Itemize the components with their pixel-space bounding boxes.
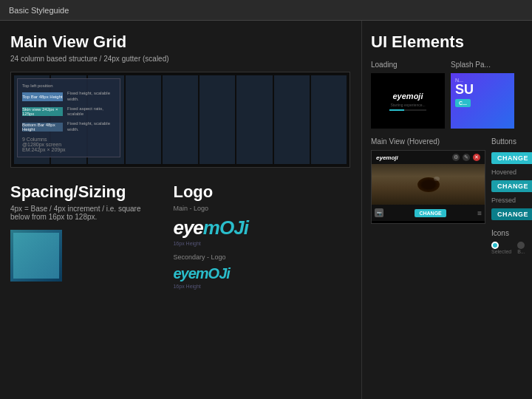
- splash-label: Splash Pa...: [451, 61, 514, 69]
- mv-bottombar: 📷 CHANGE ≡: [372, 205, 485, 221]
- icon-item-selected: Selected: [491, 242, 511, 254]
- eye-image: [372, 164, 485, 205]
- main-view-card: eyemoji ⚙ ✎ ✕ 📷 CHANGE: [371, 150, 485, 224]
- secondary-logo-height: 16px Height: [173, 284, 351, 289]
- grid-preview: Top left position Top Bar 48px Height Fi…: [10, 72, 350, 168]
- eye-highlight: [434, 177, 440, 181]
- selected-icon-label: Selected: [491, 249, 511, 254]
- buttons-label: Buttons: [491, 137, 532, 146]
- loading-splash-row: Loading eyemoji Starting experience... S…: [371, 61, 523, 129]
- grid-col: [200, 75, 235, 164]
- logo-section: Logo Main - Logo eyemOJi 16px Height Sec…: [173, 183, 351, 296]
- main-logo-label: Main - Logo: [173, 205, 351, 212]
- settings-icon[interactable]: ⚙: [452, 154, 460, 161]
- ui-elements-title: UI Elements: [371, 33, 523, 52]
- main-logo-height: 16px Height: [173, 241, 351, 246]
- skinview-desc: Fixed aspect ratio, scalable: [67, 106, 115, 118]
- buttons-section: Buttons CHANGE Hovered CHANGE Pressed CH…: [491, 137, 532, 254]
- grid-row-skin: Skin view 242px × 125px Fixed aspect rat…: [22, 106, 115, 118]
- hovered-label: Hovered: [491, 168, 532, 176]
- bottombar-label: Bottom Bar 48px Height: [22, 123, 63, 132]
- top-bar: Basic Styleguide: [0, 0, 532, 21]
- link-icon[interactable]: ✎: [463, 154, 470, 161]
- camera-icon[interactable]: 📷: [375, 208, 383, 217]
- main-view-grid-section: Main View Grid 24 column based structure…: [10, 33, 351, 168]
- loading-moji: moji: [406, 92, 423, 100]
- spacing-section: Spacing/Sizing 4px = Base / 4px incremen…: [10, 183, 158, 296]
- mv-logo: eyemoji: [376, 154, 398, 161]
- loading-section: Loading eyemoji Starting experience...: [371, 61, 445, 129]
- bottombar-desc: Fixed height, scalable width.: [67, 121, 115, 133]
- icon-row: Selected B...: [491, 242, 532, 254]
- mv-logo-moji: moji: [386, 154, 398, 161]
- loading-bar: [389, 109, 426, 111]
- pressed-label: Pressed: [491, 197, 532, 204]
- unselected-icon-label: B...: [517, 249, 525, 254]
- close-icon[interactable]: ✕: [473, 154, 480, 161]
- logo-title: Logo: [173, 183, 351, 202]
- grid-top-label: Top left position: [22, 83, 115, 88]
- grid-info: 9 Columns@1280px screenEM:242px × 209px: [22, 137, 115, 152]
- mv-icons: ⚙ ✎ ✕: [452, 154, 480, 161]
- menu-icon[interactable]: ≡: [477, 209, 482, 217]
- loading-bar-fill: [389, 109, 404, 111]
- loading-logo: eyemoji: [393, 92, 423, 100]
- top-bar-title: Basic Styleguide: [9, 6, 69, 15]
- grid-col: [311, 75, 347, 164]
- topbar-label: Top Bar 48px Height: [22, 92, 63, 101]
- logo-moji-secondary: mOJi: [196, 265, 230, 282]
- icons-label: Icons: [491, 229, 532, 237]
- grid-col: [274, 75, 310, 164]
- loading-eye: eye: [393, 92, 406, 100]
- secondary-logo: eyemOJi: [173, 265, 351, 282]
- spacing-box-inner: [13, 233, 59, 279]
- loading-label: Loading: [371, 61, 445, 69]
- spacing-title: Spacing/Sizing: [10, 183, 158, 202]
- selected-dot: [491, 242, 499, 249]
- mv-topbar: eyemoji ⚙ ✎ ✕: [372, 151, 485, 164]
- unselected-dot: [517, 242, 525, 249]
- main-view-grid-title: Main View Grid: [10, 33, 351, 52]
- main-view-hovered-label: Main View (Hovered): [371, 137, 485, 146]
- splash-section: Splash Pa... N... SU C...: [451, 61, 514, 129]
- change-button-normal[interactable]: CHANGE: [491, 152, 532, 164]
- spacing-box: [10, 230, 62, 282]
- logo-moji-part: mOJi: [203, 216, 248, 239]
- loading-text: Starting experience...: [390, 103, 425, 107]
- grid-row-topbar: Top Bar 48px Height Fixed height, scalab…: [22, 91, 115, 103]
- change-button-hovered[interactable]: CHANGE: [491, 180, 532, 192]
- grid-row-bottombar: Bottom Bar 48px Height Fixed height, sca…: [22, 121, 115, 133]
- main-content: Main View Grid 24 column based structure…: [0, 21, 532, 399]
- lower-left: Spacing/Sizing 4px = Base / 4px incremen…: [10, 183, 351, 296]
- logo-eye-secondary: eye: [173, 265, 195, 282]
- grid-col: [236, 75, 272, 164]
- main-logo: eyemOJi: [173, 216, 351, 239]
- mv-logo-eye: eye: [376, 154, 386, 161]
- icons-section: Icons Selected B...: [491, 229, 532, 254]
- grid-overlay: Top left position Top Bar 48px Height Fi…: [17, 78, 120, 157]
- logo-eye-part: eye: [173, 216, 202, 239]
- skinview-label: Skin view 242px × 125px: [22, 107, 63, 116]
- topbar-desc: Fixed height, scalable width.: [67, 91, 115, 103]
- loading-card: eyemoji Starting experience...: [371, 73, 445, 129]
- right-panel: UI Elements Loading eyemoji Starting exp…: [362, 21, 532, 399]
- left-panel: Main View Grid 24 column based structure…: [0, 21, 362, 399]
- icon-item-unselected: B...: [517, 242, 525, 254]
- main-view-buttons-row: Main View (Hovered) eyemoji ⚙ ✎ ✕: [371, 137, 523, 254]
- grid-col: [163, 75, 198, 164]
- splash-big-text: SU: [455, 83, 474, 96]
- main-view-grid-subtitle: 24 column based structure / 24px gutter …: [10, 55, 351, 63]
- spacing-subtitle: 4px = Base / 4px increment / i.e. square…: [10, 205, 158, 221]
- change-button-pressed[interactable]: CHANGE: [491, 208, 532, 220]
- splash-card: N... SU C...: [451, 73, 514, 129]
- secondary-logo-label: Secondary - Logo: [173, 253, 351, 261]
- grid-col: [126, 75, 161, 164]
- mv-change-button[interactable]: CHANGE: [415, 209, 446, 217]
- splash-btn[interactable]: C...: [455, 99, 471, 107]
- main-view-hovered-section: Main View (Hovered) eyemoji ⚙ ✎ ✕: [371, 137, 485, 224]
